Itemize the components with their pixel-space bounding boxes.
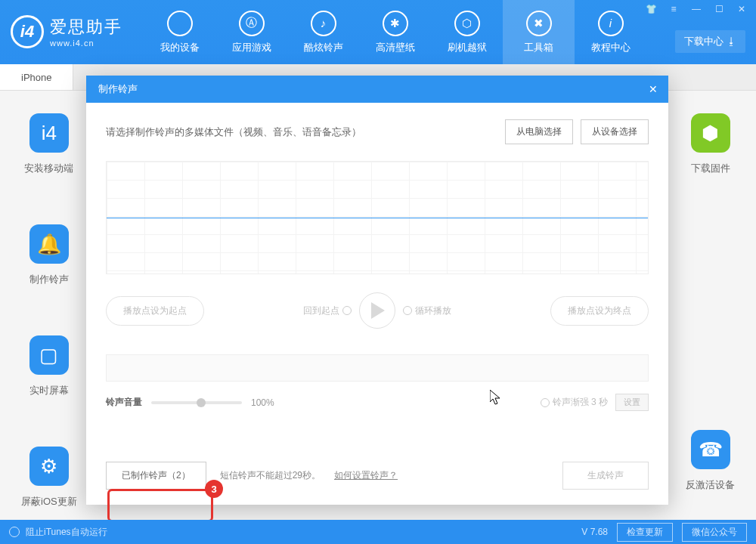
nav-jailbreak[interactable]: ⬡刷机越狱 (431, 0, 503, 64)
fade-settings-button[interactable]: 设置 (615, 394, 649, 411)
info-icon: i (598, 11, 624, 36)
maximize-icon[interactable]: ☐ (708, 2, 730, 17)
tile-deactivate[interactable]: ☎反激活设备 (686, 430, 735, 492)
step-badge: 3 (205, 480, 223, 498)
cube-icon: ⬢ (691, 113, 730, 153)
ringtone-name-input[interactable] (106, 354, 649, 382)
wechat-button[interactable]: 微信公众号 (682, 523, 747, 542)
nav-ringtones[interactable]: ♪酷炫铃声 (287, 0, 359, 64)
tab-iphone[interactable]: iPhone (0, 64, 73, 90)
generate-ringtone-button[interactable]: 生成铃声 (562, 462, 649, 490)
howto-link[interactable]: 如何设置铃声？ (334, 469, 398, 482)
volume-label: 铃声音量 (106, 396, 142, 409)
block-itunes-toggle[interactable]: 阻止iTunes自动运行 (26, 526, 107, 539)
play-button[interactable] (359, 292, 395, 329)
apple-icon (167, 11, 193, 36)
nav-apps[interactable]: Ⓐ应用游戏 (215, 0, 287, 64)
box-icon: ⬡ (454, 11, 480, 36)
bell-icon: 🔔 (29, 224, 69, 264)
dialog-title: 制作铃声 (98, 82, 138, 96)
window-controls: 👕 ≡ — ☐ ✕ (640, 2, 753, 17)
volume-value: 100% (251, 397, 274, 408)
status-bar: 阻止iTunes自动运行 V 7.68 检查更新 微信公众号 (0, 520, 756, 544)
skin-icon[interactable]: 👕 (640, 2, 662, 17)
back-to-start-option[interactable]: 回到起点 (303, 304, 352, 317)
logo-title: 爱思助手 (50, 16, 122, 39)
tile-block-update[interactable]: ⚙屏蔽iOS更新 (21, 447, 77, 508)
nav-wallpapers[interactable]: ✱高清壁纸 (359, 0, 431, 64)
logo-url: www.i4.cn (50, 39, 122, 48)
check-update-button[interactable]: 检查更新 (617, 523, 673, 542)
made-ringtones-button[interactable]: 已制作铃声（2） (106, 462, 206, 490)
tile-install-mobile[interactable]: i4安装移动端 (24, 113, 73, 175)
tile-make-ringtone[interactable]: 🔔制作铃声 (29, 224, 69, 286)
phone-icon: ☎ (691, 430, 730, 469)
nav-tutorials[interactable]: i教程中心 (575, 0, 646, 64)
select-file-prompt: 请选择制作铃声的多媒体文件（视频、音乐、语音备忘录） (106, 125, 361, 139)
set-start-button[interactable]: 播放点设为起点 (106, 296, 204, 326)
bell-icon: ♪ (311, 11, 336, 36)
version-label: V 7.68 (581, 527, 608, 537)
apps-icon: Ⓐ (239, 11, 265, 36)
app-logo: i4 爱思助手 www.i4.cn (0, 0, 133, 48)
fade-in-option[interactable]: 铃声渐强 3 秒 (541, 396, 608, 409)
nav-my-device[interactable]: 我的设备 (144, 0, 215, 64)
logo-icon: i4 (11, 15, 44, 48)
dialog-close-icon[interactable]: ✕ (646, 82, 661, 97)
svg-marker-0 (371, 302, 385, 319)
tools-icon: ✖ (526, 11, 552, 36)
make-ringtone-dialog: 制作铃声 ✕ 请选择制作铃声的多媒体文件（视频、音乐、语音备忘录） 从电脑选择 … (86, 76, 668, 505)
close-icon[interactable]: ✕ (730, 2, 753, 17)
sms-limit-text: 短信铃声不能超过29秒。 (220, 469, 321, 482)
choose-from-device-button[interactable]: 从设备选择 (581, 119, 649, 144)
set-end-button[interactable]: 播放点设为终点 (550, 296, 649, 326)
screen-icon: ▢ (29, 335, 69, 375)
volume-slider[interactable] (151, 401, 242, 404)
gear-icon: ⚙ (29, 447, 69, 486)
download-center-button[interactable]: 下载中心 ⭳ (675, 30, 745, 53)
minimize-icon[interactable]: — (685, 2, 708, 17)
menu-icon[interactable]: ≡ (662, 2, 685, 17)
tile-download-firmware[interactable]: ⬢下载固件 (691, 113, 730, 175)
nav-toolbox[interactable]: ✖工具箱 (503, 0, 575, 64)
dialog-titlebar: 制作铃声 ✕ (86, 76, 668, 103)
flower-icon: ✱ (383, 11, 408, 36)
i4-icon: i4 (29, 113, 69, 153)
status-indicator-icon (9, 527, 20, 537)
loop-option[interactable]: 循环播放 (403, 304, 451, 317)
tile-realtime-screen[interactable]: ▢实时屏幕 (29, 335, 69, 397)
waveform-area[interactable] (106, 161, 649, 274)
app-header: i4 爱思助手 www.i4.cn 我的设备 Ⓐ应用游戏 ♪酷炫铃声 ✱高清壁纸… (0, 0, 756, 64)
choose-from-pc-button[interactable]: 从电脑选择 (505, 119, 573, 144)
